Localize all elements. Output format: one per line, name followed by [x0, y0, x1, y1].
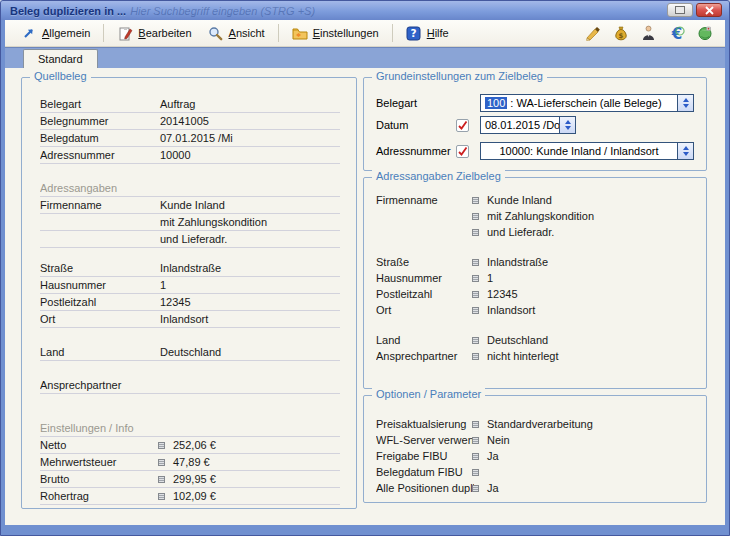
field-value-wrap: nicht hinterlegt	[474, 350, 559, 362]
field-value-wrap: Auftrag	[160, 98, 195, 110]
belegart-combobox[interactable]: 100 : WA-Lieferschein (alle Belege)	[480, 94, 694, 112]
menu-ansicht[interactable]: Ansicht	[200, 23, 273, 43]
tab-strip: Standard	[5, 47, 725, 68]
help-icon: ?	[406, 25, 422, 41]
euro-icon[interactable]: €	[668, 25, 685, 42]
menu-hilfe[interactable]: ? Hilfe	[398, 23, 457, 43]
checkbox-slot	[456, 145, 480, 158]
field-value-wrap: 299,95 €	[160, 473, 216, 485]
field-row: OrtInlandsort	[40, 311, 340, 328]
field-label: Adressnummer	[376, 145, 456, 157]
adressnummer-checkbox[interactable]	[456, 145, 469, 158]
field-label: Firmenname	[40, 199, 160, 211]
field-value: Inlandsort	[160, 313, 208, 325]
field-label: Ort	[40, 313, 160, 325]
field-value-wrap: 1	[160, 279, 166, 291]
field-row: Hausnummer1	[376, 270, 692, 286]
spinner-button[interactable]	[677, 95, 693, 111]
magnifier-icon	[208, 25, 224, 41]
row-gap	[376, 240, 692, 254]
field-label: Preisaktualsierung	[376, 418, 474, 430]
tab-label: Standard	[38, 53, 83, 65]
field-row: BelegartAuftrag	[40, 96, 340, 113]
field-label: Brutto	[40, 473, 160, 485]
tab-standard[interactable]: Standard	[23, 49, 98, 68]
value-bullet-icon	[158, 476, 165, 483]
field-value: 252,06 €	[173, 439, 216, 451]
system-globe-icon[interactable]	[696, 25, 713, 42]
field-label: Netto	[40, 439, 160, 451]
field-label: Alle Positionen duplizieren	[376, 482, 474, 494]
value-bullet-icon	[472, 259, 479, 266]
red-check-icon	[457, 120, 468, 131]
field-label: Ansprechpartner	[376, 350, 474, 362]
field-value-wrap: Inlandstraße	[160, 262, 221, 274]
field-label: Freigabe FIBU	[376, 450, 474, 462]
field-value: Inlandsort	[487, 304, 535, 316]
field-value-wrap: 12345	[160, 296, 191, 308]
toolbar-separator	[103, 24, 104, 42]
adressnummer-row: Adressnummer 10000: Kunde Inland / Inlan…	[376, 142, 694, 160]
field-value-wrap: 102,09 €	[160, 490, 216, 502]
field-row: Ansprechpartnernicht hinterlegt	[376, 348, 692, 364]
close-icon	[705, 6, 714, 15]
money-bag-icon[interactable]: $	[612, 25, 629, 42]
field-row: StraßeInlandstraße	[40, 260, 340, 277]
menu-label: Bearbeiten	[138, 27, 191, 39]
adressangaben-ziel-rows: FirmennameKunde Inlandmit Zahlungskondit…	[364, 178, 706, 388]
row-gap	[40, 394, 340, 420]
value-bullet-icon	[472, 213, 479, 220]
close-button[interactable]	[696, 3, 722, 17]
customer-icon[interactable]	[640, 25, 657, 42]
restore-button[interactable]	[667, 3, 693, 17]
menu-allgemein[interactable]: Allgemein	[13, 23, 98, 43]
field-label: Belegdatum	[40, 132, 160, 144]
datum-checkbox[interactable]	[456, 119, 469, 132]
field-label: Ansprechpartner	[40, 379, 160, 391]
window-title: Beleg duplizieren in ...	[10, 5, 126, 17]
datum-row: Datum 08.01.2015 /Do	[376, 116, 694, 134]
field-row: Netto252,06 €	[40, 437, 340, 454]
field-label: Land	[376, 334, 474, 346]
combo-value: 10000: Kunde Inland / Inlandsort	[481, 143, 677, 159]
value-bullet-icon	[472, 437, 479, 444]
field-label: Belegnummer	[40, 115, 160, 127]
group-quellbeleg: Quellbeleg BelegartAuftragBelegnummer201…	[21, 77, 357, 509]
pen-icon[interactable]	[584, 25, 601, 42]
spinner-button[interactable]	[559, 117, 575, 133]
field-value: Ja	[487, 450, 499, 462]
field-value-wrap: 252,06 €	[160, 439, 216, 451]
titlebar[interactable]: Beleg duplizieren in ... Hier Suchbegrif…	[1, 1, 729, 20]
toolbar-right-icons: $ €	[584, 25, 717, 42]
field-value: 1	[160, 279, 166, 291]
field-value-wrap: 12345	[474, 288, 518, 300]
field-row: Mehrwertsteuer47,89 €	[40, 454, 340, 471]
field-value-wrap: Standardverarbeitung	[474, 418, 593, 430]
edit-pen-icon	[117, 25, 133, 41]
field-label: Belegart	[40, 98, 160, 110]
field-label: Straße	[376, 256, 474, 268]
adressnummer-combobox[interactable]: 10000: Kunde Inland / Inlandsort	[480, 142, 694, 160]
field-value-wrap: Deutschland	[474, 334, 548, 346]
field-value: Auftrag	[160, 98, 195, 110]
field-row: und Lieferadr.	[376, 224, 692, 240]
field-label: Postleitzahl	[376, 288, 474, 300]
field-row: Belegdatum07.01.2015 /Mi	[40, 130, 340, 147]
field-label: Postleitzahl	[40, 296, 160, 308]
field-value: Standardverarbeitung	[487, 418, 593, 430]
menu-einstellungen[interactable]: Einstellungen	[284, 23, 387, 43]
group-title: Optionen / Parameter	[372, 388, 485, 400]
field-value-wrap: Inlandsort	[160, 313, 208, 325]
menu-toolbar: Allgemein Bearbeiten Ansicht Eins	[5, 20, 725, 47]
spinner-up-icon	[683, 146, 689, 150]
datum-input[interactable]: 08.01.2015 /Do	[480, 116, 576, 134]
value-bullet-icon	[472, 421, 479, 428]
spinner-up-icon	[565, 120, 571, 124]
field-value: 07.01.2015 /Mi	[160, 132, 233, 144]
selected-text: 100	[485, 97, 507, 109]
field-value-wrap: und Lieferadr.	[160, 233, 227, 245]
menu-bearbeiten[interactable]: Bearbeiten	[109, 23, 199, 43]
field-row: Brutto299,95 €	[40, 471, 340, 488]
value-bullet-icon	[472, 469, 479, 476]
spinner-button[interactable]	[677, 143, 693, 159]
